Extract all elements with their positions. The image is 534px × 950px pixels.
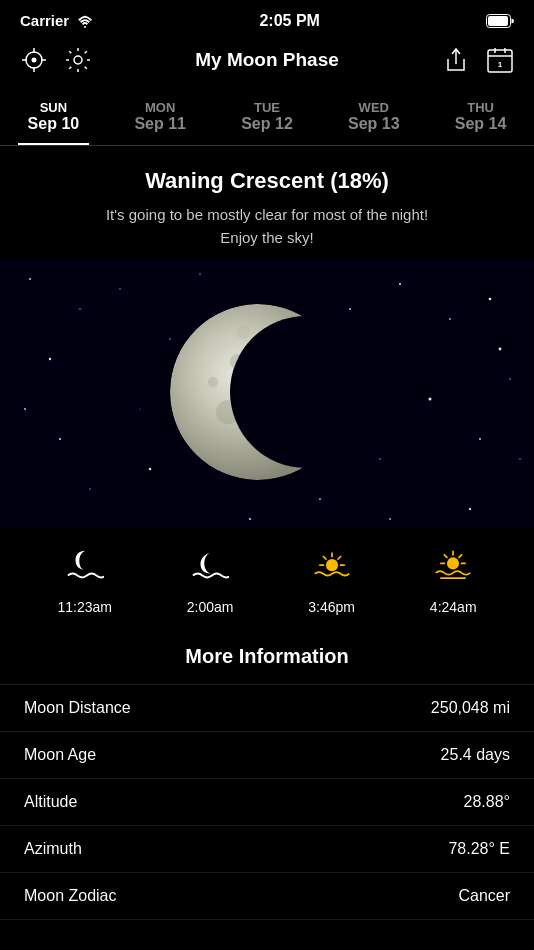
azimuth-row: Azimuth 78.28° E [0, 825, 534, 872]
svg-point-25 [519, 458, 520, 459]
svg-point-17 [79, 308, 81, 310]
svg-line-51 [338, 557, 341, 560]
svg-point-23 [509, 378, 511, 380]
svg-point-21 [449, 318, 451, 320]
battery-status [486, 14, 514, 28]
altitude-value: 28.88° [464, 793, 510, 811]
day-item-wed[interactable]: WED Sep 13 [338, 96, 410, 145]
svg-text:1: 1 [498, 60, 503, 69]
nav-bar: My Moon Phase 1 [0, 36, 534, 88]
svg-point-55 [447, 557, 459, 569]
svg-point-27 [379, 458, 381, 460]
moonrise-time: 11:23am [57, 599, 111, 615]
svg-point-22 [489, 298, 492, 301]
app-title: My Moon Phase [195, 49, 339, 71]
moon-phase-title: Waning Crescent (18%) [20, 168, 514, 194]
calendar-button[interactable]: 1 [482, 42, 518, 78]
moon-times: 11:23am 2:00am [0, 529, 534, 635]
svg-point-34 [24, 408, 26, 410]
svg-point-47 [208, 377, 218, 387]
moon-crescent [168, 282, 348, 506]
svg-point-19 [119, 288, 120, 289]
moon-phase-section: Waning Crescent (18%) It's going to be m… [0, 146, 534, 259]
moon-age-value: 25.4 days [441, 746, 510, 764]
svg-point-7 [32, 58, 37, 63]
svg-point-36 [389, 518, 391, 520]
svg-point-26 [429, 398, 432, 401]
azimuth-value: 78.28° E [448, 840, 510, 858]
moon-age-row: Moon Age 25.4 days [0, 731, 534, 778]
moonrise-time-item: 11:23am [57, 547, 111, 615]
svg-point-48 [236, 325, 250, 339]
svg-point-38 [249, 518, 251, 520]
moonrise-icon [66, 547, 104, 593]
day-item-mon[interactable]: MON Sep 11 [124, 96, 196, 145]
moonset-time-item: 2:00am [187, 547, 234, 615]
moon-age-label: Moon Age [24, 746, 96, 764]
svg-point-18 [49, 358, 51, 360]
sunset-time: 4:24am [430, 599, 477, 615]
moonset-time: 2:00am [187, 599, 234, 615]
moon-zodiac-value: Cancer [458, 887, 510, 905]
svg-point-40 [499, 348, 502, 351]
svg-point-44 [230, 354, 246, 370]
svg-point-31 [89, 488, 90, 489]
moon-zodiac-row: Moon Zodiac Cancer [0, 872, 534, 920]
svg-line-57 [459, 555, 462, 558]
svg-point-30 [59, 438, 61, 440]
moonset-icon [191, 547, 229, 593]
altitude-row: Altitude 28.88° [0, 778, 534, 825]
settings-button[interactable] [60, 42, 96, 78]
svg-point-46 [247, 436, 259, 448]
day-item-tue[interactable]: TUE Sep 12 [231, 96, 303, 145]
carrier-label: Carrier [20, 12, 93, 30]
svg-point-37 [199, 273, 201, 275]
location-button[interactable] [16, 42, 52, 78]
moon-phase-description: It's going to be mostly clear for most o… [20, 204, 514, 249]
sunrise-icon [313, 547, 351, 593]
svg-point-39 [139, 408, 140, 409]
share-button[interactable] [438, 42, 474, 78]
moon-distance-row: Moon Distance 250,048 mi [0, 684, 534, 731]
day-item-thu[interactable]: THU Sep 14 [445, 96, 517, 145]
svg-point-43 [170, 304, 346, 480]
svg-point-20 [399, 283, 401, 285]
svg-point-8 [74, 56, 82, 64]
moon-distance-label: Moon Distance [24, 699, 131, 717]
time-display: 2:05 PM [259, 12, 319, 30]
svg-line-53 [323, 557, 326, 560]
svg-point-49 [326, 559, 338, 571]
svg-point-28 [349, 308, 351, 310]
status-bar: Carrier 2:05 PM [0, 0, 534, 36]
day-selector: SUN Sep 10 MON Sep 11 TUE Sep 12 WED Sep… [0, 88, 534, 146]
sunset-time-item: 4:24am [430, 547, 477, 615]
svg-point-35 [469, 508, 471, 510]
sunset-icon [434, 547, 472, 593]
more-info-section: More Information Moon Distance 250,048 m… [0, 635, 534, 940]
sunrise-time-item: 3:46pm [308, 547, 355, 615]
svg-point-32 [149, 468, 152, 471]
sunrise-time: 3:46pm [308, 599, 355, 615]
moon-zodiac-label: Moon Zodiac [24, 887, 117, 905]
svg-point-24 [479, 438, 481, 440]
moon-image [0, 259, 534, 529]
day-item-sun[interactable]: SUN Sep 10 [18, 96, 90, 145]
altitude-label: Altitude [24, 793, 77, 811]
azimuth-label: Azimuth [24, 840, 82, 858]
moon-distance-value: 250,048 mi [431, 699, 510, 717]
svg-rect-1 [488, 16, 508, 26]
svg-point-45 [216, 400, 240, 424]
svg-line-59 [445, 555, 448, 558]
more-info-title: More Information [0, 645, 534, 668]
svg-point-16 [29, 278, 31, 280]
